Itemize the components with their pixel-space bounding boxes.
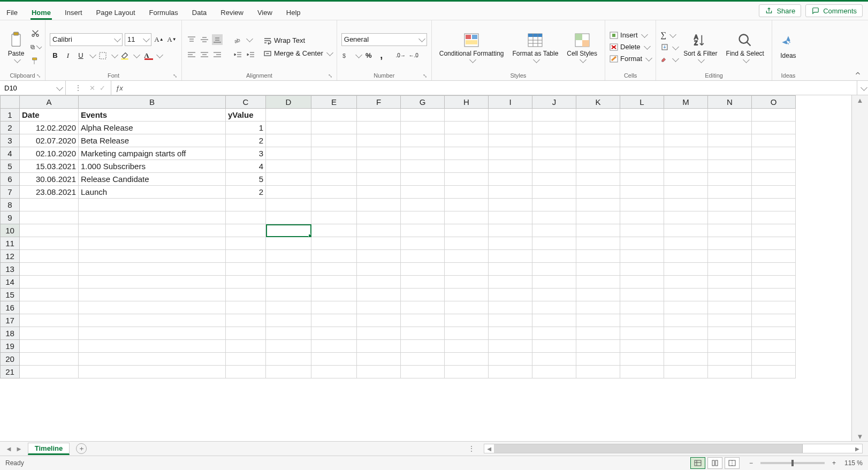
tab-nav-next[interactable]: ► xyxy=(16,445,22,453)
cell-K2[interactable] xyxy=(576,122,620,134)
cell-J12[interactable] xyxy=(532,250,576,263)
cell-G12[interactable] xyxy=(401,250,445,263)
cell-B3[interactable]: Beta Release xyxy=(79,134,226,147)
cell-L3[interactable] xyxy=(620,134,664,147)
cell-L10[interactable] xyxy=(620,224,664,237)
expand-formula-bar-button[interactable] xyxy=(857,81,868,95)
cell-O19[interactable] xyxy=(752,340,796,353)
cell-O14[interactable] xyxy=(752,276,796,289)
increase-indent-button[interactable] xyxy=(245,49,256,60)
cell-B2[interactable]: Alpha Release xyxy=(79,122,226,134)
cell-M2[interactable] xyxy=(664,122,708,134)
cell-F12[interactable] xyxy=(357,250,401,263)
cell-I20[interactable] xyxy=(489,353,532,366)
scroll-right-button[interactable]: ► xyxy=(852,445,862,453)
scroll-up-button[interactable]: ▲ xyxy=(852,95,868,105)
cell-E3[interactable] xyxy=(311,134,357,147)
cell-O20[interactable] xyxy=(752,353,796,366)
cell-B5[interactable]: 1.000 Subscribers xyxy=(79,160,226,173)
row-header-5[interactable]: 5 xyxy=(1,160,20,173)
cell-C7[interactable]: 2 xyxy=(226,186,266,199)
cell-C12[interactable] xyxy=(226,250,266,263)
cell-G15[interactable] xyxy=(401,289,445,301)
cell-E2[interactable] xyxy=(311,122,357,134)
cell-J18[interactable] xyxy=(532,327,576,340)
cell-I6[interactable] xyxy=(489,173,532,186)
cell-I7[interactable] xyxy=(489,186,532,199)
cell-H7[interactable] xyxy=(445,186,489,199)
row-header-11[interactable]: 11 xyxy=(1,237,20,250)
cell-A5[interactable]: 15.03.2021 xyxy=(20,160,79,173)
cell-L5[interactable] xyxy=(620,160,664,173)
cell-L6[interactable] xyxy=(620,173,664,186)
cell-F7[interactable] xyxy=(357,186,401,199)
cell-E11[interactable] xyxy=(311,237,357,250)
row-header-1[interactable]: 1 xyxy=(1,109,20,122)
cell-C18[interactable] xyxy=(226,327,266,340)
col-header-H[interactable]: H xyxy=(445,96,489,109)
cell-E7[interactable] xyxy=(311,186,357,199)
cell-B15[interactable] xyxy=(79,289,226,301)
cell-H12[interactable] xyxy=(445,250,489,263)
cell-E10[interactable] xyxy=(311,224,357,237)
cell-A7[interactable]: 23.08.2021 xyxy=(20,186,79,199)
cell-E5[interactable] xyxy=(311,160,357,173)
autosum-button[interactable]: ∑ xyxy=(660,31,678,40)
zoom-slider[interactable] xyxy=(760,462,825,464)
cell-E1[interactable] xyxy=(311,109,357,122)
cell-A20[interactable] xyxy=(20,353,79,366)
row-header-13[interactable]: 13 xyxy=(1,263,20,276)
cell-G9[interactable] xyxy=(401,211,445,224)
cell-A21[interactable] xyxy=(20,366,79,378)
cell-H19[interactable] xyxy=(445,340,489,353)
row-header-9[interactable]: 9 xyxy=(1,211,20,224)
cell-G2[interactable] xyxy=(401,122,445,134)
cell-F18[interactable] xyxy=(357,327,401,340)
cell-O5[interactable] xyxy=(752,160,796,173)
cell-D19[interactable] xyxy=(266,340,311,353)
cell-C4[interactable]: 3 xyxy=(226,147,266,160)
cell-O21[interactable] xyxy=(752,366,796,378)
cell-N6[interactable] xyxy=(708,173,752,186)
col-header-D[interactable]: D xyxy=(266,96,311,109)
cell-N19[interactable] xyxy=(708,340,752,353)
cell-M19[interactable] xyxy=(664,340,708,353)
cell-C3[interactable]: 2 xyxy=(226,134,266,147)
cell-N10[interactable] xyxy=(708,224,752,237)
align-left-button[interactable] xyxy=(186,49,197,60)
zoom-in-button[interactable]: + xyxy=(830,459,838,467)
cell-C5[interactable]: 4 xyxy=(226,160,266,173)
cell-H16[interactable] xyxy=(445,301,489,314)
cell-I13[interactable] xyxy=(489,263,532,276)
cell-G18[interactable] xyxy=(401,327,445,340)
cell-N9[interactable] xyxy=(708,211,752,224)
cell-A16[interactable] xyxy=(20,301,79,314)
enter-formula-button[interactable]: ✓ xyxy=(100,84,105,92)
cell-B18[interactable] xyxy=(79,327,226,340)
cell-K17[interactable] xyxy=(576,314,620,327)
cell-N7[interactable] xyxy=(708,186,752,199)
cell-F1[interactable] xyxy=(357,109,401,122)
cell-J16[interactable] xyxy=(532,301,576,314)
cell-C10[interactable] xyxy=(226,224,266,237)
cell-E17[interactable] xyxy=(311,314,357,327)
row-header-20[interactable]: 20 xyxy=(1,353,20,366)
cell-J9[interactable] xyxy=(532,211,576,224)
cell-I11[interactable] xyxy=(489,237,532,250)
dialog-launcher-icon[interactable]: ⤡ xyxy=(36,73,41,79)
cell-L7[interactable] xyxy=(620,186,664,199)
col-header-F[interactable]: F xyxy=(357,96,401,109)
cell-L17[interactable] xyxy=(620,314,664,327)
cell-C20[interactable] xyxy=(226,353,266,366)
cell-I19[interactable] xyxy=(489,340,532,353)
percent-format-button[interactable]: % xyxy=(363,50,374,61)
cell-I14[interactable] xyxy=(489,276,532,289)
view-normal-button[interactable] xyxy=(690,457,705,469)
cell-D6[interactable] xyxy=(266,173,311,186)
formula-input[interactable] xyxy=(127,81,857,95)
cell-L11[interactable] xyxy=(620,237,664,250)
cell-A19[interactable] xyxy=(20,340,79,353)
cell-B11[interactable] xyxy=(79,237,226,250)
row-header-16[interactable]: 16 xyxy=(1,301,20,314)
cell-N12[interactable] xyxy=(708,250,752,263)
